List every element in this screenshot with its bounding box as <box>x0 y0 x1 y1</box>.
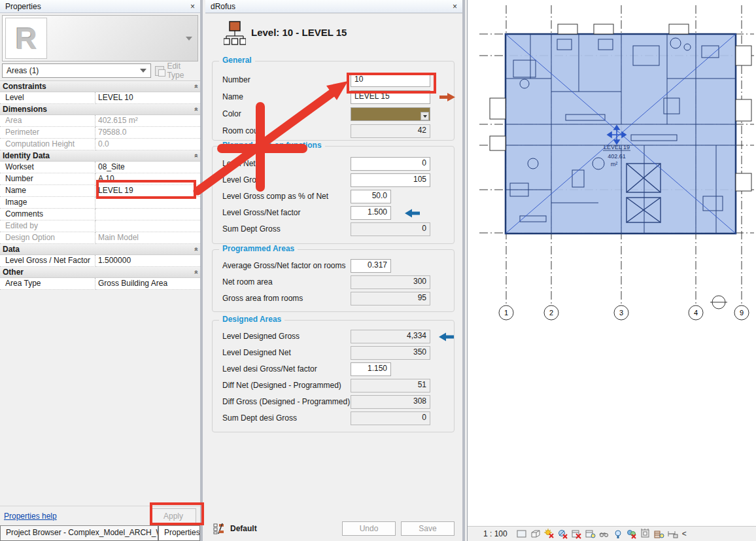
diff-net-field: 51 <box>351 379 430 393</box>
undo-button[interactable]: Undo <box>342 521 396 536</box>
group-designed-areas: Designed Areas Level Designed Gross 4,33… <box>212 320 455 432</box>
reveal-constraints-icon[interactable] <box>667 528 679 540</box>
drawing-area[interactable]: LEVEL 19 402.61 m² 1 2 3 4 9 1 : 100 <box>467 0 756 541</box>
temporary-view-properties-icon[interactable] <box>640 528 651 540</box>
section-header-dimensions[interactable]: Dimensions » <box>0 104 200 115</box>
section-header-data[interactable]: Data » <box>0 244 200 255</box>
drofus-header-title: Level: 10 - LEVEL 15 <box>251 27 347 38</box>
property-row[interactable]: Workset 08_Site <box>0 162 200 173</box>
floor-plan[interactable]: LEVEL 19 402.61 m² 1 2 3 4 9 <box>468 0 756 526</box>
close-icon[interactable]: × <box>190 2 195 11</box>
visual-style-icon[interactable] <box>530 528 541 540</box>
default-config-label[interactable]: Default <box>230 524 257 533</box>
collapse-toolbar-chevron[interactable]: < <box>682 529 687 538</box>
area-value-label: 402.61 <box>608 153 626 160</box>
worksharing-display-icon[interactable] <box>626 528 638 540</box>
number-input[interactable]: 10 <box>351 73 430 87</box>
crop-view-icon[interactable] <box>571 528 583 540</box>
color-dropdown-button[interactable] <box>421 112 429 120</box>
level-gross-input[interactable]: 105 <box>351 173 430 187</box>
collapse-chevron-icon[interactable]: » <box>192 107 199 111</box>
collapse-chevron-icon[interactable]: » <box>192 247 199 251</box>
detail-level-icon[interactable] <box>516 528 528 540</box>
edit-type-button[interactable]: Edit Type <box>155 63 198 78</box>
level-net-input[interactable]: 0 <box>351 157 430 171</box>
property-value[interactable] <box>95 197 200 209</box>
section-header-other[interactable]: Other » <box>0 267 200 278</box>
blue-arrow-icon <box>438 332 455 341</box>
property-value[interactable] <box>95 209 200 220</box>
type-selector-dropdown[interactable]: Areas (1) <box>2 63 151 78</box>
property-row[interactable]: Number A.10 <box>0 173 200 185</box>
property-row[interactable]: Comments <box>0 209 200 220</box>
analytical-model-icon[interactable] <box>653 528 665 540</box>
tab-project-browser[interactable]: Project Browser - Complex_Model_ARCH_Wi.… <box>0 526 158 541</box>
collapse-chevron-icon[interactable]: » <box>192 154 199 158</box>
drofus-panel: dRofus × Level: 10 - LEVEL 15 General Nu… <box>205 0 465 541</box>
scale-button[interactable]: 1 : 100 <box>483 529 507 538</box>
property-value[interactable]: 1.500000 <box>95 255 200 267</box>
save-button[interactable]: Save <box>401 521 455 536</box>
property-value[interactable]: A.10 <box>95 173 200 185</box>
properties-grid: Constraints » Level LEVEL 10 Dimensions … <box>0 80 200 290</box>
properties-help-link[interactable]: Properties help <box>4 512 57 521</box>
property-row[interactable]: Computation Height 0.0 <box>0 139 200 150</box>
apply-button[interactable]: Apply <box>150 508 196 524</box>
blue-arrow-icon <box>404 209 421 218</box>
property-row[interactable]: Edited by <box>0 220 200 232</box>
collapse-chevron-icon[interactable]: » <box>192 84 199 88</box>
name-value[interactable]: LEVEL 19 <box>95 185 200 197</box>
svg-text:4: 4 <box>694 309 698 317</box>
reveal-hidden-icon[interactable] <box>612 528 624 540</box>
property-row-name[interactable]: Name LEVEL 19 <box>0 185 200 197</box>
show-crop-region-icon[interactable] <box>585 528 596 540</box>
level-designed-gross-field: 4,334 <box>351 330 430 343</box>
group-general: General Number 10 Name LEVEL 15 Color <box>212 61 455 141</box>
revit-logo-icon: R <box>15 21 37 56</box>
area-unit-label: m² <box>611 161 618 167</box>
property-value[interactable]: Gross Building Area <box>95 278 200 290</box>
property-row[interactable]: Level Gross / Net Factor 1.500000 <box>0 255 200 267</box>
color-swatch[interactable] <box>351 107 430 121</box>
property-value: 79588.0 <box>95 127 200 139</box>
diff-gross-field: 308 <box>351 395 430 409</box>
properties-title: Properties <box>5 2 41 11</box>
shadows-icon[interactable] <box>557 528 569 540</box>
property-row[interactable]: Perimeter 79588.0 <box>0 127 200 139</box>
property-value <box>95 220 200 232</box>
svg-text:9: 9 <box>740 309 744 317</box>
chevron-down-icon <box>423 115 427 118</box>
chevron-down-icon <box>140 69 146 73</box>
tab-properties[interactable]: Properties <box>158 526 200 541</box>
section-marker-icon <box>710 296 727 309</box>
section-header-identity-data[interactable]: Identity Data » <box>0 150 200 162</box>
gross-comp-percent-input[interactable]: 50.0 <box>351 190 391 203</box>
property-row[interactable]: Image <box>0 197 200 209</box>
chevron-down-icon[interactable] <box>186 37 192 41</box>
type-preview: R <box>2 15 198 61</box>
avg-gross-net-factor-field: 0.317 <box>351 259 391 273</box>
default-profile-icon <box>213 523 225 534</box>
drofus-titlebar[interactable]: dRofus × <box>205 0 462 13</box>
close-icon[interactable]: × <box>453 2 457 11</box>
temporary-hide-isolate-icon[interactable] <box>598 528 610 540</box>
sum-dept-desi-gross-field: 0 <box>351 411 430 425</box>
property-row[interactable]: Area Type Gross Building Area <box>0 278 200 290</box>
sun-path-icon[interactable] <box>543 528 555 540</box>
property-value: Main Model <box>95 232 200 244</box>
property-value[interactable]: LEVEL 10 <box>95 92 200 104</box>
property-value: 0.0 <box>95 139 200 150</box>
property-row[interactable]: Area 402.615 m² <box>0 115 200 127</box>
collapse-chevron-icon[interactable]: » <box>192 270 199 274</box>
property-value[interactable]: 08_Site <box>95 162 200 173</box>
gross-net-factor-input[interactable]: 1.500 <box>351 206 391 220</box>
property-row[interactable]: Level LEVEL 10 <box>0 92 200 104</box>
edit-type-label: Edit Type <box>167 61 198 80</box>
section-header-constraints[interactable]: Constraints » <box>0 81 200 92</box>
desi-gross-net-factor-field: 1.150 <box>351 362 391 376</box>
name-input[interactable]: LEVEL 15 <box>351 90 430 104</box>
property-row[interactable]: Design Option Main Model <box>0 232 200 244</box>
properties-titlebar[interactable]: Properties × <box>0 0 200 13</box>
area-name-label: LEVEL 19 <box>604 144 630 150</box>
gross-area-from-rooms-field: 95 <box>351 292 430 305</box>
